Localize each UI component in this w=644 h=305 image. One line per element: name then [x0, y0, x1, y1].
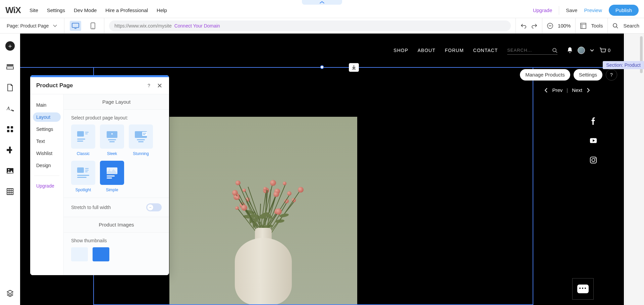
top-upgrade-link[interactable]: Upgrade: [533, 7, 552, 13]
chat-widget[interactable]: [572, 278, 594, 300]
thumb-option-1[interactable]: [71, 247, 88, 261]
undo-redo-group: [516, 18, 542, 33]
layout-option-sleek[interactable]: Sleek: [100, 124, 124, 156]
add-element-button[interactable]: ＋: [5, 41, 15, 51]
url-bar[interactable]: https://www.wix.com/mysite Connect Your …: [109, 20, 511, 31]
stretch-toggle[interactable]: −: [146, 203, 162, 211]
youtube-icon[interactable]: [590, 137, 597, 144]
content-manager-button[interactable]: [5, 187, 15, 197]
site-search[interactable]: [507, 46, 557, 55]
svg-point-2: [93, 28, 93, 28]
help-button[interactable]: ?: [606, 69, 617, 81]
svg-rect-10: [7, 126, 9, 129]
facebook-icon[interactable]: [590, 117, 597, 125]
undo-button[interactable]: [521, 23, 527, 29]
next-link[interactable]: Next: [572, 87, 582, 93]
search-group[interactable]: Search: [607, 18, 644, 33]
svg-rect-0: [72, 23, 79, 28]
layout-option-stunning[interactable]: Stunning: [129, 124, 153, 156]
panel-nav-upgrade[interactable]: Upgrade: [33, 181, 61, 191]
layers-button[interactable]: [5, 288, 15, 298]
layout-options: ClassicSleekStunningSpotlightSimple: [71, 124, 162, 192]
site-search-input[interactable]: [507, 48, 541, 53]
menu-site[interactable]: Site: [30, 7, 38, 13]
desktop-view-button[interactable]: [70, 21, 81, 31]
apps-button[interactable]: [5, 124, 15, 134]
svg-rect-45: [107, 175, 115, 176]
nav-contact[interactable]: CONTACT: [473, 48, 498, 53]
thumb-option-2[interactable]: [93, 247, 109, 261]
canvas-scrollbar[interactable]: [625, 34, 644, 305]
page-selector-label: Page: Product Page: [7, 23, 49, 29]
prev-link[interactable]: Prev: [552, 87, 562, 93]
cart-button[interactable]: 0: [599, 47, 610, 53]
panel-nav-settings[interactable]: Settings: [33, 124, 61, 134]
svg-rect-42: [77, 177, 87, 178]
menu-settings[interactable]: Settings: [47, 7, 65, 13]
tools-group[interactable]: Tools: [575, 18, 607, 33]
panel-nav-design[interactable]: Design: [33, 161, 61, 170]
chevron-down-icon[interactable]: [590, 48, 594, 53]
top-collapse-handle[interactable]: [302, 0, 342, 5]
page-selector[interactable]: Page: Product Page: [0, 18, 64, 33]
section-resize-handle[interactable]: [320, 65, 324, 69]
product-image[interactable]: [169, 117, 357, 305]
svg-rect-29: [108, 139, 116, 140]
svg-rect-7: [7, 67, 13, 69]
panel-help-button[interactable]: ?: [146, 82, 152, 89]
sections-button[interactable]: [5, 62, 15, 72]
theme-button[interactable]: A: [5, 103, 15, 113]
svg-rect-11: [11, 126, 13, 129]
svg-rect-33: [143, 133, 146, 134]
zoom-out-button[interactable]: [547, 23, 553, 29]
publish-button[interactable]: Publish: [609, 5, 639, 16]
manage-products-button[interactable]: Manage Products: [520, 69, 570, 81]
layout-option-simple[interactable]: Simple: [100, 161, 124, 192]
stretch-label: Stretch to full width: [71, 205, 111, 210]
svg-rect-46: [107, 177, 112, 179]
layout-label: Classic: [77, 151, 90, 156]
layout-option-spotlight[interactable]: Spotlight: [71, 161, 95, 192]
zoom-group: 100%: [542, 18, 575, 33]
panel-nav-layout[interactable]: Layout: [33, 112, 61, 122]
svg-point-5: [613, 23, 617, 27]
svg-rect-25: [77, 139, 85, 140]
user-avatar[interactable]: [578, 47, 585, 54]
pages-button[interactable]: [5, 83, 15, 93]
preview-button[interactable]: Preview: [584, 7, 602, 13]
svg-rect-35: [137, 139, 145, 140]
chevron-left-icon[interactable]: [544, 88, 548, 93]
media-button[interactable]: [5, 166, 15, 176]
panel-nav-main[interactable]: Main: [33, 100, 61, 110]
svg-rect-19: [590, 157, 596, 163]
section-download-button[interactable]: [349, 63, 359, 72]
menu-hire[interactable]: Hire a Professional: [105, 7, 148, 13]
nav-forum[interactable]: FORUM: [445, 48, 464, 53]
instagram-icon[interactable]: [590, 156, 597, 164]
svg-rect-6: [7, 64, 13, 66]
nav-shop[interactable]: SHOP: [393, 48, 408, 53]
search-label: Search: [623, 23, 639, 29]
connect-domain-link[interactable]: Connect Your Domain: [174, 23, 220, 29]
cart-icon: [599, 47, 606, 53]
element-settings-button[interactable]: Settings: [574, 69, 602, 81]
menu-devmode[interactable]: Dev Mode: [74, 7, 97, 13]
bell-icon[interactable]: [567, 47, 573, 54]
mobile-view-button[interactable]: [87, 21, 99, 31]
search-icon: [552, 48, 557, 53]
save-button[interactable]: Save: [566, 7, 577, 13]
vase-illustration: [230, 218, 297, 305]
section-label[interactable]: Section: Product: [603, 61, 644, 69]
svg-rect-22: [77, 131, 84, 137]
layout-option-classic[interactable]: Classic: [71, 124, 95, 156]
svg-rect-30: [109, 141, 115, 142]
app-market-button[interactable]: [5, 145, 15, 155]
panel-nav-text[interactable]: Text: [33, 137, 61, 146]
nav-about[interactable]: ABOUT: [418, 48, 435, 53]
redo-button[interactable]: [531, 23, 537, 29]
layout-label: Simple: [106, 188, 118, 192]
panel-close-button[interactable]: [156, 82, 163, 89]
chevron-right-icon[interactable]: [586, 88, 590, 93]
menu-help[interactable]: Help: [157, 7, 167, 13]
panel-nav-wishlist[interactable]: Wishlist: [33, 149, 61, 158]
